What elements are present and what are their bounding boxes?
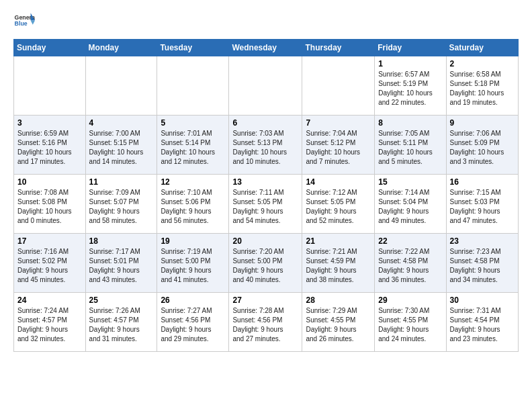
day-number: 5 <box>161 118 225 128</box>
calendar-cell: 25Sunrise: 7:26 AM Sunset: 4:57 PM Dayli… <box>85 293 157 352</box>
svg-marker-3 <box>31 20 35 24</box>
day-info: Sunrise: 7:16 AM Sunset: 5:02 PM Dayligh… <box>17 247 82 285</box>
calendar-cell: 17Sunrise: 7:16 AM Sunset: 5:02 PM Dayli… <box>14 234 86 293</box>
day-number: 20 <box>232 236 298 246</box>
weekday-header-wednesday: Wednesday <box>229 40 302 56</box>
day-info: Sunrise: 7:14 AM Sunset: 5:04 PM Dayligh… <box>378 188 442 226</box>
calendar-week-2: 3Sunrise: 6:59 AM Sunset: 5:16 PM Daylig… <box>14 116 519 175</box>
day-number: 2 <box>450 59 515 68</box>
day-info: Sunrise: 7:05 AM Sunset: 5:11 PM Dayligh… <box>378 129 442 167</box>
calendar-cell: 26Sunrise: 7:27 AM Sunset: 4:56 PM Dayli… <box>157 293 229 352</box>
calendar-cell: 4Sunrise: 7:00 AM Sunset: 5:15 PM Daylig… <box>85 116 157 175</box>
calendar-cell: 8Sunrise: 7:05 AM Sunset: 5:11 PM Daylig… <box>375 116 446 175</box>
calendar-cell <box>229 56 302 116</box>
logo-icon: General Blue <box>13 11 35 32</box>
logo: General Blue <box>13 11 35 32</box>
day-info: Sunrise: 7:20 AM Sunset: 5:00 PM Dayligh… <box>232 247 298 285</box>
day-number: 19 <box>161 236 225 246</box>
calendar-cell: 28Sunrise: 7:29 AM Sunset: 4:55 PM Dayli… <box>302 293 375 352</box>
calendar-cell: 6Sunrise: 7:03 AM Sunset: 5:13 PM Daylig… <box>229 116 302 175</box>
day-info: Sunrise: 7:10 AM Sunset: 5:06 PM Dayligh… <box>161 188 225 226</box>
day-info: Sunrise: 7:04 AM Sunset: 5:12 PM Dayligh… <box>306 129 371 167</box>
weekday-header-saturday: Saturday <box>446 40 518 56</box>
calendar-cell: 5Sunrise: 7:01 AM Sunset: 5:14 PM Daylig… <box>157 116 229 175</box>
day-info: Sunrise: 7:27 AM Sunset: 4:56 PM Dayligh… <box>161 306 225 344</box>
calendar-cell: 10Sunrise: 7:08 AM Sunset: 5:08 PM Dayli… <box>14 175 86 234</box>
day-number: 11 <box>89 177 154 187</box>
day-number: 24 <box>17 295 82 305</box>
day-number: 3 <box>17 118 82 128</box>
calendar-cell: 20Sunrise: 7:20 AM Sunset: 5:00 PM Dayli… <box>229 234 302 293</box>
calendar-table: SundayMondayTuesdayWednesdayThursdayFrid… <box>13 39 519 352</box>
day-info: Sunrise: 7:09 AM Sunset: 5:07 PM Dayligh… <box>89 188 154 226</box>
day-number: 6 <box>232 118 298 128</box>
calendar-cell: 19Sunrise: 7:19 AM Sunset: 5:00 PM Dayli… <box>157 234 229 293</box>
day-number: 25 <box>89 295 154 305</box>
day-number: 27 <box>232 295 298 305</box>
svg-text:Blue: Blue <box>15 20 28 27</box>
calendar-week-1: 1Sunrise: 6:57 AM Sunset: 5:19 PM Daylig… <box>14 56 519 116</box>
calendar-cell: 24Sunrise: 7:24 AM Sunset: 4:57 PM Dayli… <box>14 293 86 352</box>
day-info: Sunrise: 7:28 AM Sunset: 4:56 PM Dayligh… <box>232 306 298 344</box>
calendar-cell: 7Sunrise: 7:04 AM Sunset: 5:12 PM Daylig… <box>302 116 375 175</box>
day-info: Sunrise: 7:11 AM Sunset: 5:05 PM Dayligh… <box>232 188 298 226</box>
calendar-cell <box>157 56 229 116</box>
day-info: Sunrise: 7:21 AM Sunset: 4:59 PM Dayligh… <box>306 247 371 285</box>
weekday-header-monday: Monday <box>85 40 157 56</box>
calendar-cell: 27Sunrise: 7:28 AM Sunset: 4:56 PM Dayli… <box>229 293 302 352</box>
calendar-cell <box>14 56 86 116</box>
weekday-header-friday: Friday <box>375 40 446 56</box>
calendar-cell: 1Sunrise: 6:57 AM Sunset: 5:19 PM Daylig… <box>375 56 446 116</box>
calendar-cell: 18Sunrise: 7:17 AM Sunset: 5:01 PM Dayli… <box>85 234 157 293</box>
day-info: Sunrise: 7:30 AM Sunset: 4:55 PM Dayligh… <box>378 306 442 344</box>
day-number: 9 <box>450 118 515 128</box>
day-info: Sunrise: 7:29 AM Sunset: 4:55 PM Dayligh… <box>306 306 371 344</box>
calendar-cell: 11Sunrise: 7:09 AM Sunset: 5:07 PM Dayli… <box>85 175 157 234</box>
day-number: 22 <box>378 236 442 246</box>
day-info: Sunrise: 7:26 AM Sunset: 4:57 PM Dayligh… <box>89 306 154 344</box>
calendar-cell: 9Sunrise: 7:06 AM Sunset: 5:09 PM Daylig… <box>446 116 518 175</box>
day-number: 29 <box>378 295 442 305</box>
page: General Blue SundayMondayTuesdayWednesda… <box>0 0 532 411</box>
calendar-cell: 2Sunrise: 6:58 AM Sunset: 5:18 PM Daylig… <box>446 56 518 116</box>
day-number: 1 <box>378 59 442 68</box>
day-number: 14 <box>306 177 371 187</box>
weekday-header-thursday: Thursday <box>302 40 375 56</box>
day-info: Sunrise: 7:23 AM Sunset: 4:58 PM Dayligh… <box>450 247 515 285</box>
day-number: 16 <box>450 177 515 187</box>
day-info: Sunrise: 7:08 AM Sunset: 5:08 PM Dayligh… <box>17 188 82 226</box>
day-info: Sunrise: 7:24 AM Sunset: 4:57 PM Dayligh… <box>17 306 82 344</box>
day-info: Sunrise: 7:31 AM Sunset: 4:54 PM Dayligh… <box>450 306 515 344</box>
day-info: Sunrise: 7:15 AM Sunset: 5:03 PM Dayligh… <box>450 188 515 226</box>
weekday-header-sunday: Sunday <box>14 40 86 56</box>
day-info: Sunrise: 7:12 AM Sunset: 5:05 PM Dayligh… <box>306 188 371 226</box>
day-info: Sunrise: 7:03 AM Sunset: 5:13 PM Dayligh… <box>232 129 298 167</box>
calendar-week-4: 17Sunrise: 7:16 AM Sunset: 5:02 PM Dayli… <box>14 234 519 293</box>
header: General Blue <box>13 11 519 32</box>
day-number: 10 <box>17 177 82 187</box>
calendar-cell <box>85 56 157 116</box>
day-number: 7 <box>306 118 371 128</box>
day-info: Sunrise: 7:06 AM Sunset: 5:09 PM Dayligh… <box>450 129 515 167</box>
day-info: Sunrise: 6:58 AM Sunset: 5:18 PM Dayligh… <box>450 70 515 107</box>
day-number: 8 <box>378 118 442 128</box>
day-info: Sunrise: 6:59 AM Sunset: 5:16 PM Dayligh… <box>17 129 82 167</box>
calendar-cell: 3Sunrise: 6:59 AM Sunset: 5:16 PM Daylig… <box>14 116 86 175</box>
calendar-week-3: 10Sunrise: 7:08 AM Sunset: 5:08 PM Dayli… <box>14 175 519 234</box>
day-info: Sunrise: 7:01 AM Sunset: 5:14 PM Dayligh… <box>161 129 225 167</box>
day-info: Sunrise: 7:00 AM Sunset: 5:15 PM Dayligh… <box>89 129 154 167</box>
day-number: 26 <box>161 295 225 305</box>
calendar-cell: 12Sunrise: 7:10 AM Sunset: 5:06 PM Dayli… <box>157 175 229 234</box>
day-info: Sunrise: 7:22 AM Sunset: 4:58 PM Dayligh… <box>378 247 442 285</box>
calendar-cell: 29Sunrise: 7:30 AM Sunset: 4:55 PM Dayli… <box>375 293 446 352</box>
day-number: 12 <box>161 177 225 187</box>
day-number: 21 <box>306 236 371 246</box>
calendar-cell: 14Sunrise: 7:12 AM Sunset: 5:05 PM Dayli… <box>302 175 375 234</box>
calendar-cell: 15Sunrise: 7:14 AM Sunset: 5:04 PM Dayli… <box>375 175 446 234</box>
weekday-header-tuesday: Tuesday <box>157 40 229 56</box>
day-number: 15 <box>378 177 442 187</box>
calendar-cell <box>302 56 375 116</box>
calendar-cell: 22Sunrise: 7:22 AM Sunset: 4:58 PM Dayli… <box>375 234 446 293</box>
day-number: 17 <box>17 236 82 246</box>
day-number: 13 <box>232 177 298 187</box>
